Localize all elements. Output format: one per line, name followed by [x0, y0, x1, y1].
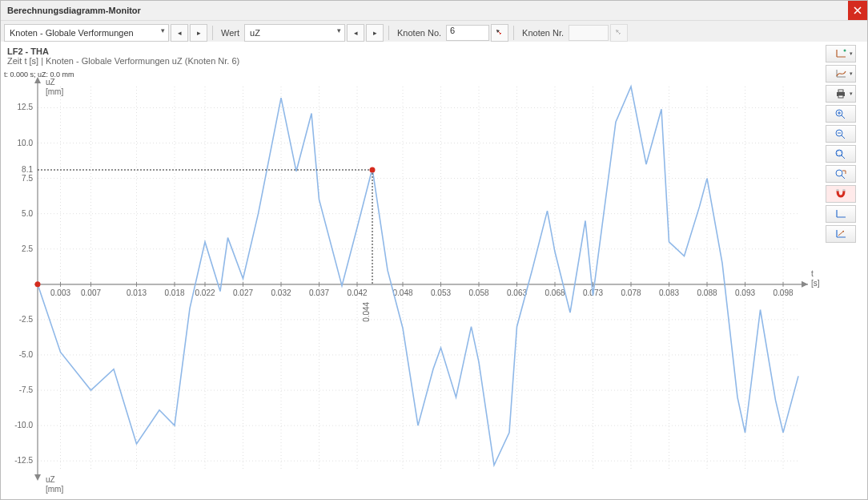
svg-text:0.044: 0.044 [362, 301, 371, 321]
svg-text:-7.5: -7.5 [19, 385, 34, 394]
svg-text:0.098: 0.098 [773, 288, 793, 297]
pick-icon [614, 28, 624, 38]
svg-rect-107 [843, 189, 846, 192]
svg-marker-61 [802, 281, 808, 288]
svg-text:0.068: 0.068 [545, 288, 565, 297]
value-select[interactable]: uZ [244, 24, 345, 42]
print-icon [834, 88, 847, 99]
zoom-out-icon [834, 128, 847, 139]
zoom-pan-icon [834, 168, 847, 179]
svg-text:2.5: 2.5 [22, 244, 33, 253]
svg-text:8.1: 8.1 [22, 165, 33, 174]
window-title: Berechnungsdiagramm-Monitor [7, 1, 141, 20]
axes-reset-icon [834, 208, 847, 220]
svg-text:0.037: 0.037 [309, 288, 329, 297]
curve-icon [834, 68, 847, 79]
svg-text:[mm]: [mm] [46, 485, 63, 494]
svg-text:0.003: 0.003 [50, 288, 70, 297]
zoom-out-button[interactable] [826, 125, 856, 143]
node-num-input[interactable]: 6 [446, 25, 489, 41]
zoom-pan-button[interactable] [826, 165, 856, 183]
close-icon [854, 6, 862, 14]
magnet-icon [834, 188, 847, 200]
svg-text:-10.0: -10.0 [14, 421, 33, 429]
svg-text:t: t [811, 269, 814, 278]
svg-text:0.018: 0.018 [164, 288, 184, 297]
svg-text:0.007: 0.007 [81, 288, 101, 297]
cursor-readout: t: 0.000 s; uZ: 0.0 mm [4, 71, 74, 79]
svg-text:[s]: [s] [811, 279, 820, 288]
zoom-extents-icon [834, 148, 847, 159]
svg-text:5.0: 5.0 [22, 209, 33, 218]
magnet-snap-button[interactable] [826, 185, 856, 203]
pick-node-nr-button[interactable] [610, 24, 628, 42]
zoom-in-icon [834, 108, 847, 119]
param-next-button[interactable]: ▸ [190, 24, 207, 42]
svg-text:[mm]: [mm] [46, 87, 63, 96]
svg-text:0.027: 0.027 [233, 288, 253, 297]
parameter-select[interactable]: Knoten - Globale Verformungen [4, 24, 169, 42]
node-nr-input[interactable] [569, 25, 609, 41]
value-prev-button[interactable]: ◂ [347, 24, 364, 42]
zoom-in-button[interactable] [826, 105, 856, 123]
svg-text:10.0: 10.0 [18, 139, 34, 147]
print-button[interactable]: ▾ [826, 85, 856, 103]
svg-text:uZ: uZ [46, 78, 55, 87]
node-nr-label: Knoten Nr. [519, 28, 567, 38]
svg-text:-5.0: -5.0 [19, 350, 34, 359]
svg-rect-100 [838, 95, 843, 98]
svg-point-97 [844, 50, 846, 52]
chart-area[interactable]: LF2 - THA Zeit t [s] | Knoten - Globale … [1, 42, 822, 499]
axes-fit-button[interactable] [826, 225, 856, 243]
svg-rect-104 [837, 151, 842, 155]
svg-point-94 [35, 281, 41, 287]
side-toolbar: ▾ ▾ ▾ [822, 42, 867, 499]
svg-text:0.048: 0.048 [392, 288, 412, 297]
svg-text:0.022: 0.022 [195, 288, 215, 297]
svg-rect-99 [838, 90, 843, 92]
pick-icon [495, 28, 504, 38]
svg-point-105 [836, 170, 842, 176]
chart-titles: LF2 - THA Zeit t [s] | Knoten - Globale … [7, 46, 239, 66]
svg-text:0.093: 0.093 [735, 288, 755, 297]
svg-text:-2.5: -2.5 [19, 315, 34, 324]
svg-text:0.053: 0.053 [431, 288, 451, 297]
app-window: Berechnungsdiagramm-Monitor Knoten - Glo… [0, 0, 868, 500]
svg-rect-106 [837, 189, 839, 192]
svg-text:0.078: 0.078 [621, 288, 641, 297]
node-num-label: Knoten No. [394, 28, 444, 38]
svg-text:0.013: 0.013 [127, 288, 147, 297]
svg-text:0.058: 0.058 [468, 288, 488, 297]
axes-fit-icon [834, 228, 847, 240]
plot-svg: -12.5-10.0-7.5-5.0-2.52.55.07.510.012.50… [1, 42, 822, 499]
param-prev-button[interactable]: ◂ [171, 24, 188, 42]
axes-reset-button[interactable] [826, 205, 856, 223]
value-label: Wert [218, 28, 243, 38]
svg-point-93 [370, 167, 376, 173]
value-next-button[interactable]: ▸ [366, 24, 384, 42]
axes-icon [834, 48, 847, 59]
svg-text:0.032: 0.032 [271, 288, 291, 297]
svg-text:0.063: 0.063 [507, 288, 527, 297]
svg-text:0.042: 0.042 [347, 288, 367, 297]
svg-text:0.083: 0.083 [659, 288, 679, 297]
curve-add-button[interactable]: ▾ [826, 65, 856, 83]
pick-node-button[interactable] [491, 24, 508, 42]
svg-text:uZ: uZ [46, 475, 55, 484]
svg-text:7.5: 7.5 [22, 174, 33, 183]
title-bar: Berechnungsdiagramm-Monitor [1, 1, 867, 21]
zoom-extents-button[interactable] [826, 145, 856, 163]
svg-text:-12.5: -12.5 [14, 456, 33, 465]
svg-marker-64 [34, 474, 41, 481]
close-button[interactable] [848, 1, 867, 20]
axes-settings-button[interactable]: ▾ [826, 45, 856, 62]
svg-text:12.5: 12.5 [18, 103, 34, 111]
svg-text:0.088: 0.088 [697, 288, 717, 297]
